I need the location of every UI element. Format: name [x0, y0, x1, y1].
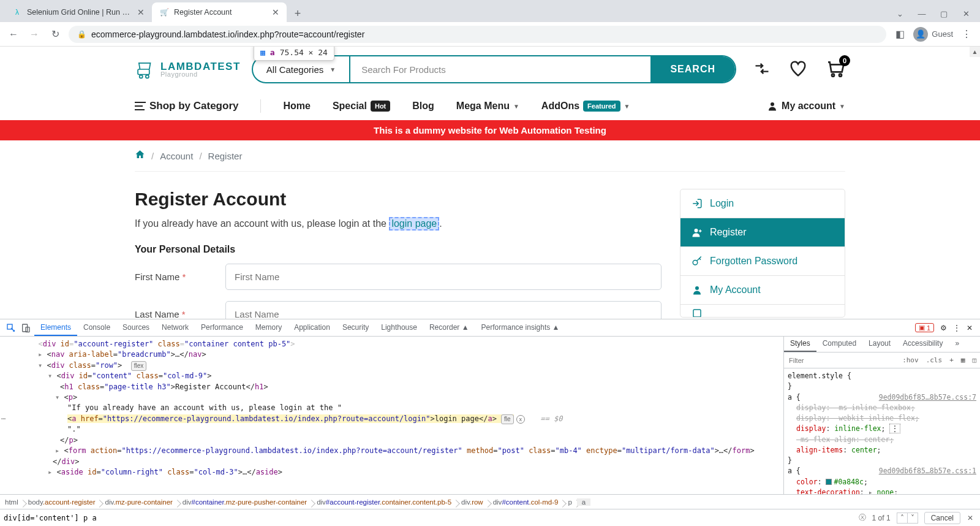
devtools-tab-elements[interactable]: Elements	[34, 320, 77, 336]
crumb[interactable]: div#container.mz-pure-pusher-container	[178, 498, 312, 506]
nav-home[interactable]: Home	[283, 101, 310, 112]
scroll-up-icon[interactable]: ▲	[970, 47, 980, 57]
hov-button[interactable]: :hov	[899, 354, 922, 366]
shop-by-category[interactable]: Shop by Category	[135, 100, 238, 112]
error-badge[interactable]: ▣ 1	[915, 323, 934, 332]
styles-filter-input[interactable]	[784, 355, 899, 366]
breadcrumb-account[interactable]: Account	[160, 151, 193, 161]
url-text: ecommerce-playground.lambdatest.io/index…	[91, 29, 364, 39]
styles-rules[interactable]: element.style { } a {9ed09db6f85…8b57e.c…	[784, 368, 980, 494]
cancel-button[interactable]: Cancel	[924, 512, 960, 524]
nav-mega-menu[interactable]: Mega Menu ▼	[456, 101, 519, 112]
nav-label: Special	[333, 101, 367, 112]
logo-icon	[135, 59, 156, 80]
lead-text: If you already have an account with us, …	[135, 218, 389, 229]
styles-tab[interactable]: Styles	[784, 337, 816, 352]
nav-blog[interactable]: Blog	[412, 101, 434, 112]
computed-toggle-icon[interactable]: ▦	[957, 354, 969, 366]
wishlist-icon[interactable]	[789, 59, 807, 80]
site-logo[interactable]: LAMBDATEST Playground	[135, 59, 241, 80]
kebab-menu[interactable]: ⋮	[959, 27, 974, 42]
more-tab[interactable]: »	[949, 337, 965, 352]
breadcrumb-register[interactable]: Register	[208, 151, 243, 161]
sidebar-item-more[interactable]	[680, 305, 845, 317]
browser-tab-active[interactable]: 🛒 Register Account ✕	[152, 2, 287, 22]
sidebar-item-register[interactable]: Register	[680, 218, 845, 247]
browser-tab[interactable]: λ Selenium Grid Online | Run Selen ✕	[5, 2, 152, 22]
device-icon[interactable]	[21, 323, 31, 333]
devtools-tab-lighthouse[interactable]: Lighthouse	[375, 320, 423, 336]
crumb[interactable]: div#account-register.container.content.p…	[312, 498, 456, 506]
side-panel-icon[interactable]: ◧	[892, 27, 907, 42]
split-icon[interactable]: ◫	[968, 354, 980, 366]
new-tab-button[interactable]: +	[289, 5, 306, 22]
nav-addons[interactable]: AddOns Featured ▼	[541, 101, 630, 112]
avatar-icon: 👤	[913, 27, 928, 42]
crumb[interactable]: body.account-register	[23, 498, 100, 506]
gear-icon[interactable]: ⚙	[940, 324, 947, 332]
cls-button[interactable]: .cls	[922, 354, 946, 366]
window-minimize[interactable]: —	[916, 9, 927, 18]
devtools-tab-insights[interactable]: Performance insights ▲	[475, 320, 566, 336]
find-input[interactable]	[4, 514, 859, 522]
chevron-down-icon[interactable]: ⌄	[894, 9, 905, 18]
search-input[interactable]	[350, 56, 650, 82]
cart-icon[interactable]: 0	[826, 59, 845, 80]
login-page-link[interactable]: login page	[391, 218, 437, 229]
first-name-input[interactable]	[225, 264, 662, 290]
computed-tab[interactable]: Computed	[816, 337, 862, 352]
nav-my-account[interactable]: My account ▼	[767, 101, 845, 112]
close-icon[interactable]: ✕	[137, 7, 145, 17]
breadcrumb-home[interactable]	[135, 149, 145, 162]
kebab-icon[interactable]: ⋮	[953, 324, 960, 332]
devtools-tab-network[interactable]: Network	[156, 320, 195, 336]
nav-special[interactable]: Special Hot	[333, 101, 390, 112]
browser-toolbar: ← → ↻ 🔒 ecommerce-playground.lambdatest.…	[0, 22, 980, 47]
close-icon[interactable]: ✕	[967, 324, 973, 332]
crumb[interactable]: p	[563, 498, 576, 506]
accessibility-tab[interactable]: Accessibility	[897, 337, 949, 352]
devtools-tab-application[interactable]: Application	[288, 320, 336, 336]
crumb[interactable]: html	[0, 498, 23, 506]
personal-details-legend: Your Personal Details	[135, 244, 662, 255]
sidebar-item-login[interactable]: Login	[680, 189, 845, 218]
crumb[interactable]: div.row	[456, 498, 488, 506]
new-rule-button[interactable]: +	[946, 354, 957, 366]
devtools-tab-memory[interactable]: Memory	[249, 320, 288, 336]
inspect-tooltip: ▦ a 75.54 × 24	[254, 47, 334, 61]
crumb[interactable]: div#content.col-md-9	[488, 498, 564, 506]
window-maximize[interactable]: ▢	[938, 9, 949, 18]
profile-chip[interactable]: 👤 Guest	[913, 27, 953, 42]
address-bar[interactable]: 🔒 ecommerce-playground.lambdatest.io/ind…	[69, 26, 886, 43]
back-button[interactable]: ←	[6, 27, 21, 42]
devtools-tab-console[interactable]: Console	[77, 320, 116, 336]
sidebar-item-my-account[interactable]: My Account	[680, 276, 845, 305]
user-plus-icon	[692, 227, 703, 238]
devtools-tab-performance[interactable]: Performance	[195, 320, 249, 336]
sidebar-item-forgotten-password[interactable]: Forgotten Password	[680, 247, 845, 276]
forward-button[interactable]: →	[27, 27, 42, 42]
inspect-icon[interactable]	[6, 323, 16, 333]
dom-breadcrumbs[interactable]: html body.account-register div.mz-pure-c…	[0, 494, 980, 509]
last-name-input[interactable]	[225, 301, 662, 319]
crumb[interactable]: div.mz-pure-container	[100, 498, 177, 506]
close-icon[interactable]: ✕	[272, 7, 279, 17]
devtools-tab-security[interactable]: Security	[336, 320, 375, 336]
compare-icon[interactable]	[753, 60, 771, 79]
address-icon	[692, 308, 703, 317]
devtools-tab-recorder[interactable]: Recorder ▲	[423, 320, 475, 336]
find-close[interactable]: ✕	[964, 513, 976, 523]
reload-button[interactable]: ↻	[48, 27, 62, 42]
find-next[interactable]: ˅	[908, 513, 918, 524]
find-prev[interactable]: ˄	[897, 513, 908, 524]
devtools-tab-sources[interactable]: Sources	[116, 320, 156, 336]
browser-tabstrip[interactable]: λ Selenium Grid Online | Run Selen ✕ 🛒 R…	[0, 0, 980, 22]
clear-icon[interactable]: ⓧ	[859, 513, 866, 523]
window-close[interactable]: ✕	[960, 9, 971, 18]
sidebar: Login Register Forgotten Password My Acc…	[680, 189, 845, 319]
devtools-tabstrip: Elements Console Sources Network Perform…	[0, 319, 980, 337]
crumb[interactable]: a	[577, 498, 590, 506]
dom-tree[interactable]: <div id="account-register" class="contai…	[0, 337, 784, 494]
search-button[interactable]: SEARCH	[650, 56, 735, 82]
layout-tab[interactable]: Layout	[862, 337, 897, 352]
